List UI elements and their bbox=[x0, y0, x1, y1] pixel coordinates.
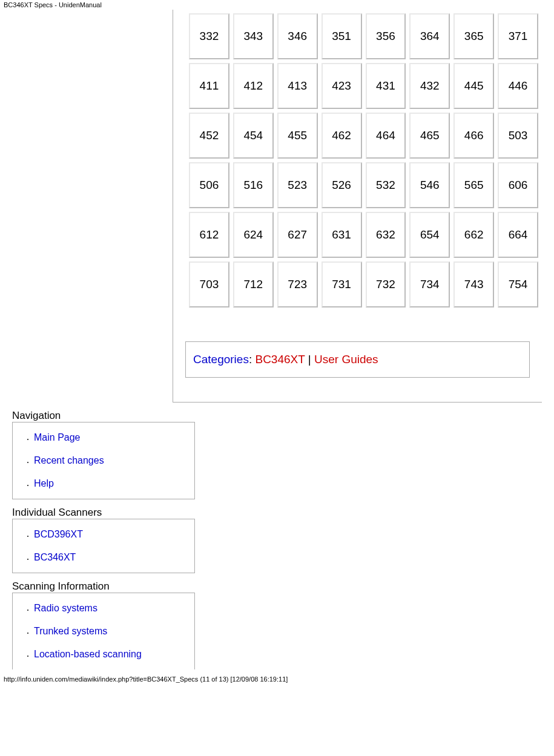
table-cell: 454 bbox=[233, 113, 274, 159]
table-cell: 546 bbox=[409, 162, 450, 208]
page-footer: http://info.uniden.com/mediawiki/index.p… bbox=[0, 674, 554, 684]
list-item: Main Page bbox=[34, 426, 194, 449]
nav-heading-navigation: Navigation bbox=[12, 410, 542, 422]
table-cell: 743 bbox=[453, 261, 494, 307]
table-cell: 503 bbox=[498, 113, 538, 159]
list-item: BC346XT bbox=[34, 546, 194, 569]
data-table: 3323433463513563643653714114124134234314… bbox=[185, 10, 542, 311]
nav-link[interactable]: Recent changes bbox=[34, 455, 104, 465]
nav-scanners: Individual Scanners BCD396XTBC346XT bbox=[12, 507, 542, 573]
table-cell: 446 bbox=[498, 63, 538, 109]
table-cell: 723 bbox=[277, 261, 318, 307]
nav-box-navigation: Main PageRecent changesHelp bbox=[12, 422, 195, 499]
sep: | bbox=[305, 353, 314, 366]
table-cell: 654 bbox=[409, 212, 450, 258]
list-item: Trunked systems bbox=[34, 620, 194, 643]
list-item: Radio systems bbox=[34, 597, 194, 620]
table-cell: 731 bbox=[322, 261, 362, 307]
nav-scanning: Scanning Information Radio systemsTrunke… bbox=[12, 580, 542, 669]
table-cell: 431 bbox=[366, 63, 406, 109]
table-cell: 346 bbox=[277, 13, 318, 59]
page-header: BC346XT Specs - UnidenManual bbox=[0, 0, 554, 10]
table-cell: 356 bbox=[366, 13, 406, 59]
table-cell: 411 bbox=[189, 63, 229, 109]
list-item: BCD396XT bbox=[34, 523, 194, 546]
table-cell: 523 bbox=[277, 162, 318, 208]
table-cell: 664 bbox=[498, 212, 538, 258]
scanner-link[interactable]: BC346XT bbox=[34, 552, 76, 562]
table-cell: 465 bbox=[409, 113, 450, 159]
scanning-link[interactable]: Radio systems bbox=[34, 603, 97, 613]
table-cell: 371 bbox=[498, 13, 538, 59]
table-cell: 732 bbox=[366, 261, 406, 307]
nav-navigation: Navigation Main PageRecent changesHelp bbox=[12, 410, 542, 499]
main-container: 3323433463513563643653714114124134234314… bbox=[0, 10, 554, 403]
table-cell: 606 bbox=[498, 162, 538, 208]
category-link-userguides[interactable]: User Guides bbox=[314, 353, 378, 366]
table-cell: 627 bbox=[277, 212, 318, 258]
table-cell: 565 bbox=[453, 162, 494, 208]
table-row: 703712723731732734743754 bbox=[189, 261, 538, 307]
table-row: 506516523526532546565606 bbox=[189, 162, 538, 208]
table-cell: 365 bbox=[453, 13, 494, 59]
table-row: 411412413423431432445446 bbox=[189, 63, 538, 109]
table-cell: 462 bbox=[322, 113, 362, 159]
nav-box-scanning: Radio systemsTrunked systemsLocation-bas… bbox=[12, 593, 195, 669]
table-cell: 734 bbox=[409, 261, 450, 307]
table-cell: 452 bbox=[189, 113, 229, 159]
sep: : bbox=[249, 353, 256, 366]
table-cell: 624 bbox=[233, 212, 274, 258]
nav-link[interactable]: Main Page bbox=[34, 432, 81, 442]
table-cell: 631 bbox=[322, 212, 362, 258]
table-cell: 632 bbox=[366, 212, 406, 258]
categories-box: Categories: BC346XT | User Guides bbox=[185, 341, 530, 378]
table-cell: 662 bbox=[453, 212, 494, 258]
left-spacer bbox=[12, 10, 173, 403]
category-link-bc346xt[interactable]: BC346XT bbox=[255, 353, 305, 366]
table-row: 332343346351356364365371 bbox=[189, 13, 538, 59]
table-cell: 412 bbox=[233, 63, 274, 109]
categories-label[interactable]: Categories bbox=[193, 353, 249, 366]
table-cell: 516 bbox=[233, 162, 274, 208]
table-cell: 343 bbox=[233, 13, 274, 59]
table-cell: 332 bbox=[189, 13, 229, 59]
table-row: 452454455462464465466503 bbox=[189, 113, 538, 159]
nav-heading-scanning: Scanning Information bbox=[12, 580, 542, 593]
list-item: Help bbox=[34, 472, 194, 495]
table-cell: 464 bbox=[366, 113, 406, 159]
table-cell: 423 bbox=[322, 63, 362, 109]
table-cell: 466 bbox=[453, 113, 494, 159]
scanning-link[interactable]: Location-based scanning bbox=[34, 649, 142, 659]
table-cell: 754 bbox=[498, 261, 538, 307]
table-cell: 364 bbox=[409, 13, 450, 59]
list-item: Location-based scanning bbox=[34, 643, 194, 666]
table-cell: 532 bbox=[366, 162, 406, 208]
table-cell: 413 bbox=[277, 63, 318, 109]
content-column: 3323433463513563643653714114124134234314… bbox=[173, 10, 542, 403]
scanning-link[interactable]: Trunked systems bbox=[34, 626, 107, 636]
table-cell: 445 bbox=[453, 63, 494, 109]
table-cell: 351 bbox=[322, 13, 362, 59]
list-item: Recent changes bbox=[34, 449, 194, 472]
scanner-link[interactable]: BCD396XT bbox=[34, 529, 83, 539]
nav-heading-scanners: Individual Scanners bbox=[12, 507, 542, 519]
nav-link[interactable]: Help bbox=[34, 478, 54, 488]
table-cell: 432 bbox=[409, 63, 450, 109]
table-cell: 455 bbox=[277, 113, 318, 159]
nav-box-scanners: BCD396XTBC346XT bbox=[12, 519, 195, 573]
table-cell: 703 bbox=[189, 261, 229, 307]
table-cell: 712 bbox=[233, 261, 274, 307]
table-row: 612624627631632654662664 bbox=[189, 212, 538, 258]
table-cell: 526 bbox=[322, 162, 362, 208]
table-cell: 506 bbox=[189, 162, 229, 208]
table-cell: 612 bbox=[189, 212, 229, 258]
